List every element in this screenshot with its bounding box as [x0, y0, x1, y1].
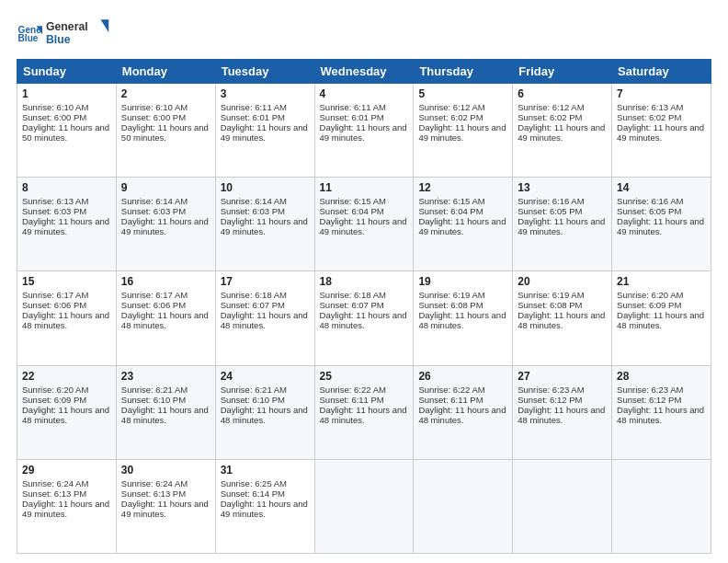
calendar-cell: 25 Sunrise: 6:22 AM Sunset: 6:11 PM Dayl…	[314, 365, 414, 459]
calendar-cell: 22 Sunrise: 6:20 AM Sunset: 6:09 PM Dayl…	[17, 365, 117, 459]
svg-text:Blue: Blue	[18, 33, 39, 43]
daylight-label: Daylight: 11 hours and 49 minutes.	[617, 122, 704, 143]
sunrise-label: Sunrise: 6:23 AM	[617, 385, 683, 395]
sunrise-label: Sunrise: 6:11 AM	[221, 102, 287, 112]
daylight-label: Daylight: 11 hours and 48 minutes.	[221, 405, 308, 425]
sunset-label: Sunset: 6:05 PM	[518, 206, 582, 216]
calendar-week-row: 8 Sunrise: 6:13 AM Sunset: 6:03 PM Dayli…	[17, 178, 711, 271]
sunrise-label: Sunrise: 6:10 AM	[22, 102, 88, 112]
calendar-cell: 6 Sunrise: 6:12 AM Sunset: 6:02 PM Dayli…	[513, 84, 612, 178]
sunset-label: Sunset: 6:04 PM	[320, 206, 384, 216]
header: General Blue General Blue	[17, 17, 711, 50]
day-number: 12	[418, 181, 507, 194]
sunset-label: Sunset: 6:01 PM	[221, 112, 285, 122]
calendar-cell: 21 Sunrise: 6:20 AM Sunset: 6:09 PM Dayl…	[612, 271, 711, 365]
daylight-label: Daylight: 11 hours and 48 minutes.	[518, 405, 605, 425]
day-number: 1	[22, 87, 111, 100]
day-number: 7	[617, 87, 706, 100]
sunset-label: Sunset: 6:09 PM	[617, 300, 681, 310]
sunset-label: Sunset: 6:12 PM	[518, 395, 582, 405]
sunrise-label: Sunrise: 6:13 AM	[617, 102, 683, 112]
calendar-cell: 19 Sunrise: 6:19 AM Sunset: 6:08 PM Dayl…	[414, 271, 513, 365]
sunrise-label: Sunrise: 6:13 AM	[22, 196, 88, 206]
daylight-label: Daylight: 11 hours and 49 minutes.	[121, 216, 209, 236]
sunset-label: Sunset: 6:07 PM	[320, 300, 384, 310]
logo-svg: General Blue	[46, 17, 110, 50]
daylight-label: Daylight: 11 hours and 49 minutes.	[418, 122, 506, 143]
calendar-cell: 27 Sunrise: 6:23 AM Sunset: 6:12 PM Dayl…	[513, 365, 612, 459]
daylight-label: Daylight: 11 hours and 49 minutes.	[418, 216, 506, 236]
sunrise-label: Sunrise: 6:21 AM	[121, 385, 188, 395]
daylight-label: Daylight: 11 hours and 49 minutes.	[617, 216, 704, 236]
day-of-week-header: Thursday	[414, 60, 513, 84]
day-of-week-header: Tuesday	[215, 60, 314, 84]
sunset-label: Sunset: 6:04 PM	[418, 206, 483, 216]
calendar-table: SundayMondayTuesdayWednesdayThursdayFrid…	[17, 59, 711, 554]
sunset-label: Sunset: 6:03 PM	[121, 206, 186, 216]
calendar-cell: 31 Sunrise: 6:25 AM Sunset: 6:14 PM Dayl…	[215, 459, 314, 553]
daylight-label: Daylight: 11 hours and 48 minutes.	[221, 310, 308, 330]
sunrise-label: Sunrise: 6:22 AM	[418, 385, 484, 395]
logo-icon: General Blue	[17, 20, 42, 46]
sunset-label: Sunset: 6:00 PM	[121, 112, 186, 122]
daylight-label: Daylight: 11 hours and 48 minutes.	[22, 405, 109, 425]
day-number: 19	[418, 275, 507, 288]
day-of-week-header: Monday	[116, 60, 215, 84]
calendar-cell: 14 Sunrise: 6:16 AM Sunset: 6:05 PM Dayl…	[612, 178, 711, 271]
day-of-week-header: Friday	[513, 60, 612, 84]
logo: General Blue General Blue	[17, 17, 110, 50]
daylight-label: Daylight: 11 hours and 50 minutes.	[22, 122, 109, 143]
calendar-cell: 2 Sunrise: 6:10 AM Sunset: 6:00 PM Dayli…	[116, 84, 215, 178]
sunrise-label: Sunrise: 6:10 AM	[121, 102, 188, 112]
svg-text:Blue: Blue	[46, 33, 71, 46]
day-number: 31	[221, 464, 310, 477]
daylight-label: Daylight: 11 hours and 48 minutes.	[320, 310, 407, 330]
sunrise-label: Sunrise: 6:12 AM	[418, 102, 484, 112]
calendar-cell	[414, 459, 513, 553]
sunrise-label: Sunrise: 6:24 AM	[22, 478, 88, 488]
sunset-label: Sunset: 6:14 PM	[221, 488, 285, 499]
sunset-label: Sunset: 6:11 PM	[418, 395, 483, 405]
daylight-label: Daylight: 11 hours and 48 minutes.	[121, 405, 209, 425]
calendar-week-row: 22 Sunrise: 6:20 AM Sunset: 6:09 PM Dayl…	[17, 365, 711, 459]
sunset-label: Sunset: 6:06 PM	[121, 300, 186, 310]
daylight-label: Daylight: 11 hours and 48 minutes.	[320, 405, 407, 425]
sunset-label: Sunset: 6:00 PM	[22, 112, 86, 122]
daylight-label: Daylight: 11 hours and 48 minutes.	[22, 310, 109, 330]
calendar-cell: 4 Sunrise: 6:11 AM Sunset: 6:01 PM Dayli…	[314, 84, 414, 178]
day-number: 20	[518, 275, 607, 288]
day-number: 16	[121, 275, 210, 288]
day-number: 17	[221, 275, 310, 288]
sunrise-label: Sunrise: 6:16 AM	[518, 196, 584, 206]
day-of-week-header: Wednesday	[314, 60, 414, 84]
sunset-label: Sunset: 6:02 PM	[418, 112, 483, 122]
sunset-label: Sunset: 6:03 PM	[221, 206, 285, 216]
sunset-label: Sunset: 6:09 PM	[22, 395, 86, 405]
daylight-label: Daylight: 11 hours and 49 minutes.	[518, 216, 605, 236]
sunrise-label: Sunrise: 6:12 AM	[518, 102, 584, 112]
calendar-week-row: 15 Sunrise: 6:17 AM Sunset: 6:06 PM Dayl…	[17, 271, 711, 365]
calendar-cell: 30 Sunrise: 6:24 AM Sunset: 6:13 PM Dayl…	[116, 459, 215, 553]
sunrise-label: Sunrise: 6:21 AM	[221, 385, 287, 395]
day-number: 8	[22, 181, 111, 194]
sunrise-label: Sunrise: 6:16 AM	[617, 196, 683, 206]
day-number: 23	[121, 370, 210, 383]
daylight-label: Daylight: 11 hours and 48 minutes.	[418, 310, 506, 330]
calendar-page: General Blue General Blue SundayMondayTu…	[0, 0, 728, 563]
sunset-label: Sunset: 6:03 PM	[22, 206, 86, 216]
sunset-label: Sunset: 6:02 PM	[518, 112, 582, 122]
daylight-label: Daylight: 11 hours and 49 minutes.	[221, 499, 308, 519]
sunrise-label: Sunrise: 6:18 AM	[221, 290, 287, 300]
day-number: 2	[121, 87, 210, 100]
calendar-cell	[513, 459, 612, 553]
day-number: 6	[518, 87, 607, 100]
day-number: 25	[320, 370, 409, 383]
daylight-label: Daylight: 11 hours and 48 minutes.	[121, 310, 209, 330]
sunrise-label: Sunrise: 6:17 AM	[22, 290, 88, 300]
day-number: 3	[221, 87, 310, 100]
day-number: 5	[418, 87, 507, 100]
day-of-week-header: Sunday	[17, 60, 117, 84]
day-number: 10	[221, 181, 310, 194]
day-number: 14	[617, 181, 706, 194]
calendar-cell: 12 Sunrise: 6:15 AM Sunset: 6:04 PM Dayl…	[414, 178, 513, 271]
